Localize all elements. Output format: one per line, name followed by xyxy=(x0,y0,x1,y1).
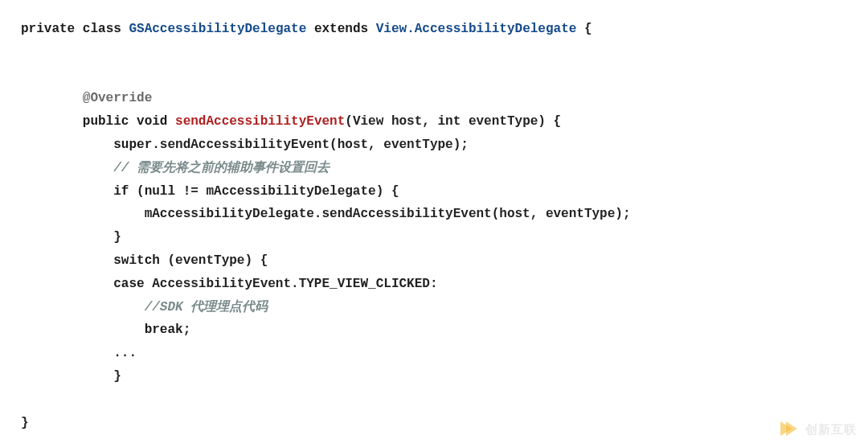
line-15: ... xyxy=(21,346,137,360)
semi: ; xyxy=(183,323,191,337)
brace: { xyxy=(584,22,592,36)
indent xyxy=(21,230,113,245)
cond-a: ( xyxy=(129,184,144,199)
chevron-logo-icon xyxy=(778,417,800,440)
kw-switch: switch xyxy=(113,253,160,268)
line-6: super.sendAccessibilityEvent(host, event… xyxy=(21,138,469,152)
indent xyxy=(21,277,113,291)
kw-class: class xyxy=(83,22,121,36)
line-2 xyxy=(21,45,29,60)
brace: } xyxy=(113,230,121,245)
watermark: 创新互联 xyxy=(778,417,857,440)
line-3 xyxy=(21,68,29,83)
line-18: } xyxy=(21,416,29,430)
comment-2: //SDK 代理埋点代码 xyxy=(145,300,268,314)
super-class: View.AccessibilityDelegate xyxy=(376,22,577,36)
kw-int: int xyxy=(438,114,461,129)
indent xyxy=(21,323,145,337)
sig-b: eventType) { xyxy=(461,114,561,129)
kw-if: if xyxy=(113,184,129,199)
rest: AccessibilityEvent.TYPE_VIEW_CLICKED: xyxy=(145,277,438,291)
line-11: switch (eventType) { xyxy=(21,253,268,268)
indent xyxy=(21,346,113,360)
comment-1: // 需要先将之前的辅助事件设置回去 xyxy=(113,161,330,175)
indent xyxy=(21,300,145,314)
indent xyxy=(21,369,113,384)
code-block: private class GSAccessibilityDelegate ex… xyxy=(21,18,847,434)
kw-extends: extends xyxy=(314,22,368,36)
line-14: break; xyxy=(21,323,190,337)
line-16: } xyxy=(21,369,121,384)
stmt: .sendAccessibilityEvent(host, eventType)… xyxy=(152,138,469,152)
kw-void: void xyxy=(137,114,167,129)
line-13: //SDK 代理埋点代码 xyxy=(21,300,268,314)
indent xyxy=(21,91,83,105)
kw-super: super xyxy=(113,138,152,152)
line-10: } xyxy=(21,230,121,245)
brace: } xyxy=(113,369,121,384)
sig-a: (View host, xyxy=(345,114,437,129)
watermark-text: 创新互联 xyxy=(805,418,857,440)
indent xyxy=(21,184,113,199)
class-name: GSAccessibilityDelegate xyxy=(129,22,306,36)
annotation-override: @Override xyxy=(83,91,152,105)
brace: } xyxy=(21,416,29,430)
kw-null: null xyxy=(145,184,175,199)
kw-case: case xyxy=(113,277,144,291)
kw-break: break xyxy=(145,323,183,337)
ellipsis: ... xyxy=(113,346,137,360)
line-7: // 需要先将之前的辅助事件设置回去 xyxy=(21,161,330,175)
line-4: @Override xyxy=(21,91,152,105)
kw-public: public xyxy=(83,114,129,129)
line-12: case AccessibilityEvent.TYPE_VIEW_CLICKE… xyxy=(21,277,437,291)
line-8: if (null != mAccessibilityDelegate) { xyxy=(21,184,399,199)
rest: (eventType) { xyxy=(160,253,268,268)
kw-private: private xyxy=(21,22,75,36)
line-9: mAccessibilityDelegate.sendAccessibility… xyxy=(21,207,631,221)
line-5: public void sendAccessibilityEvent(View … xyxy=(21,114,561,129)
indent xyxy=(21,207,145,221)
line-1: private class GSAccessibilityDelegate ex… xyxy=(21,22,592,36)
indent xyxy=(21,138,113,152)
indent xyxy=(21,161,113,175)
line-17 xyxy=(21,393,29,407)
indent xyxy=(21,253,113,268)
method-name: sendAccessibilityEvent xyxy=(175,114,345,129)
stmt: mAccessibilityDelegate.sendAccessibility… xyxy=(145,207,631,221)
cond-b: != mAccessibilityDelegate) { xyxy=(175,184,399,199)
indent xyxy=(21,114,83,129)
